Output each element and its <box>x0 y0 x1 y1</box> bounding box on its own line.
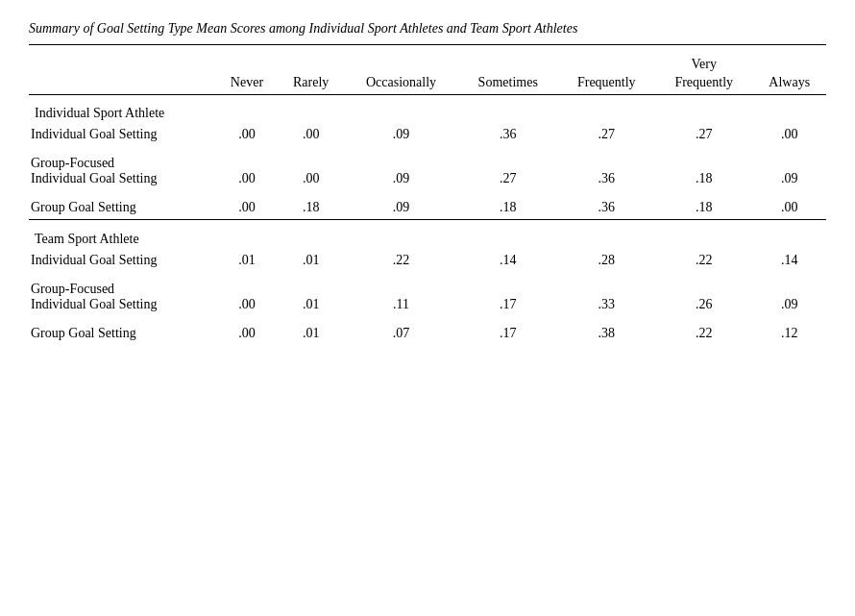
row-label-gfigs_individual: Group-FocusedIndividual Goal Setting <box>29 152 216 190</box>
data-row-gfigs_team: Group-FocusedIndividual Goal Setting.00.… <box>29 278 826 316</box>
col-header-top-row: Very <box>29 53 826 72</box>
section-header-team_sport: Team Sport Athlete <box>29 224 826 249</box>
cell-gfigs_individual-always: .09 <box>752 152 826 190</box>
data-row-ggs_individual: Group Goal Setting.00.18.09.18.36.18.00 <box>29 196 826 220</box>
data-table: Very Never Rarely Occasionally Sometimes… <box>29 53 826 345</box>
cell-igs_team-sometimes: .14 <box>458 249 558 272</box>
cell-gfigs_team-never: .00 <box>216 278 279 316</box>
row-label-igs_individual: Individual Goal Setting <box>29 123 216 146</box>
frequently-header: Frequently <box>558 72 655 95</box>
cell-igs_team-rarely: .01 <box>278 249 344 272</box>
frequently-header-top <box>558 53 655 72</box>
cell-gfigs_team-sometimes: .17 <box>458 278 558 316</box>
cell-gfigs_team-very_frequently: .26 <box>655 278 752 316</box>
row-label-ggs_individual: Group Goal Setting <box>29 196 216 220</box>
cell-igs_team-always: .14 <box>752 249 826 272</box>
cell-ggs_team-sometimes: .17 <box>458 322 558 345</box>
never-header: Never <box>216 72 279 95</box>
cell-ggs_individual-never: .00 <box>216 196 279 220</box>
data-row-gfigs_individual: Group-FocusedIndividual Goal Setting.00.… <box>29 152 826 190</box>
cell-igs_individual-never: .00 <box>216 123 279 146</box>
cell-ggs_team-always: .12 <box>752 322 826 345</box>
cell-igs_team-never: .01 <box>216 249 279 272</box>
cell-ggs_team-frequently: .38 <box>558 322 655 345</box>
table-body: Individual Sport AthleteIndividual Goal … <box>29 94 826 345</box>
table-title: Summary of Goal Setting Type Mean Scores… <box>29 19 826 45</box>
cell-gfigs_individual-very_frequently: .18 <box>655 152 752 190</box>
col-header-row: Never Rarely Occasionally Sometimes Freq… <box>29 72 826 95</box>
cell-gfigs_team-occasionally: .11 <box>344 278 458 316</box>
cell-ggs_individual-sometimes: .18 <box>458 196 558 220</box>
row-label-igs_team: Individual Goal Setting <box>29 249 216 272</box>
cell-ggs_individual-occasionally: .09 <box>344 196 458 220</box>
very-frequently-header-top: Very <box>655 53 752 72</box>
cell-ggs_individual-rarely: .18 <box>278 196 344 220</box>
occasionally-header-top <box>344 53 458 72</box>
cell-gfigs_individual-occasionally: .09 <box>344 152 458 190</box>
cell-igs_individual-rarely: .00 <box>278 123 344 146</box>
row-label-ggs_team: Group Goal Setting <box>29 322 216 345</box>
cell-igs_individual-frequently: .27 <box>558 123 655 146</box>
data-row-igs_individual: Individual Goal Setting.00.00.09.36.27.2… <box>29 123 826 146</box>
empty-header-top <box>29 53 216 72</box>
cell-igs_individual-occasionally: .09 <box>344 123 458 146</box>
cell-igs_team-occasionally: .22 <box>344 249 458 272</box>
cell-ggs_team-rarely: .01 <box>278 322 344 345</box>
cell-ggs_team-occasionally: .07 <box>344 322 458 345</box>
table-container: Summary of Goal Setting Type Mean Scores… <box>29 19 826 345</box>
always-header: Always <box>752 72 826 95</box>
data-row-igs_team: Individual Goal Setting.01.01.22.14.28.2… <box>29 249 826 272</box>
always-header-top <box>752 53 826 72</box>
sometimes-header: Sometimes <box>458 72 558 95</box>
cell-gfigs_team-frequently: .33 <box>558 278 655 316</box>
cell-gfigs_team-rarely: .01 <box>278 278 344 316</box>
very-frequently-header: Frequently <box>655 72 752 95</box>
cell-igs_individual-very_frequently: .27 <box>655 123 752 146</box>
cell-igs_team-frequently: .28 <box>558 249 655 272</box>
empty-header <box>29 72 216 95</box>
cell-ggs_team-very_frequently: .22 <box>655 322 752 345</box>
cell-ggs_team-never: .00 <box>216 322 279 345</box>
section-header-individual_sport: Individual Sport Athlete <box>29 98 826 123</box>
cell-igs_team-very_frequently: .22 <box>655 249 752 272</box>
sometimes-header-top <box>458 53 558 72</box>
data-row-ggs_team: Group Goal Setting.00.01.07.17.38.22.12 <box>29 322 826 345</box>
cell-gfigs_individual-frequently: .36 <box>558 152 655 190</box>
occasionally-header: Occasionally <box>344 72 458 95</box>
cell-gfigs_individual-rarely: .00 <box>278 152 344 190</box>
cell-gfigs_individual-sometimes: .27 <box>458 152 558 190</box>
cell-igs_individual-always: .00 <box>752 123 826 146</box>
cell-igs_individual-sometimes: .36 <box>458 123 558 146</box>
cell-gfigs_individual-never: .00 <box>216 152 279 190</box>
never-header-top <box>216 53 279 72</box>
cell-ggs_individual-very_frequently: .18 <box>655 196 752 220</box>
cell-gfigs_team-always: .09 <box>752 278 826 316</box>
cell-ggs_individual-always: .00 <box>752 196 826 220</box>
cell-ggs_individual-frequently: .36 <box>558 196 655 220</box>
rarely-header-top <box>278 53 344 72</box>
row-label-gfigs_team: Group-FocusedIndividual Goal Setting <box>29 278 216 316</box>
rarely-header: Rarely <box>278 72 344 95</box>
